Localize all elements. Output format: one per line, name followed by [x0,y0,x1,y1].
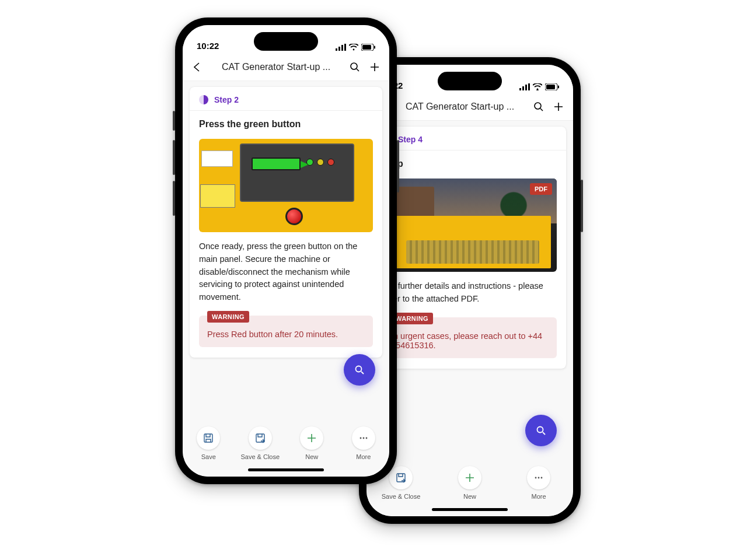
svg-point-23 [356,366,362,372]
svg-point-28 [365,438,367,439]
svg-point-4 [537,89,539,90]
save-close-icon [396,473,406,483]
more-icon [533,473,544,483]
battery-icon [545,83,559,90]
step-progress-icon [199,95,208,104]
svg-rect-21 [374,46,375,49]
svg-point-27 [362,438,364,439]
svg-rect-20 [362,45,371,50]
save-close-icon [255,433,266,443]
svg-rect-14 [336,48,337,51]
tab-more[interactable]: More [340,426,387,460]
phone-front: 10:22 CAT Generator Start-up ... [175,18,397,484]
add-button[interactable] [551,99,566,114]
warning-text: In urgent cases, please reach out to +44… [391,331,542,350]
pdf-badge: PDF [530,183,552,195]
plus-icon [306,433,317,443]
cellular-icon [336,44,346,51]
tab-new[interactable]: New [446,466,493,500]
more-icon [358,433,369,443]
home-indicator[interactable] [432,508,508,511]
add-button[interactable] [367,60,382,75]
step-label: Step 2 [214,95,239,104]
step-label: Step 4 [398,135,423,144]
cellular-icon [519,83,530,90]
step-body: For further details and instructions - p… [374,272,566,312]
svg-point-18 [353,49,355,51]
fab-search[interactable] [344,354,375,386]
step-image[interactable]: PDF [383,178,557,272]
notch [438,72,502,90]
svg-rect-16 [341,45,343,51]
svg-rect-2 [525,85,527,90]
svg-point-11 [535,477,537,479]
svg-rect-6 [546,85,555,89]
svg-point-26 [359,438,361,439]
warning-tag: WARNING [391,313,433,324]
warning-text: Press Red button after 20 minutes. [207,330,338,339]
home-indicator[interactable] [248,468,324,471]
tab-new[interactable]: New [288,426,335,460]
warning-box: WARNING In urgent cases, please reach ou… [383,317,557,358]
plus-icon [465,473,475,483]
step-body: Once ready, press the green button on th… [190,232,382,310]
svg-rect-1 [522,86,524,90]
tab-save-close[interactable]: Save & Close [237,426,284,460]
nav-bar: CAT Generator Start-up ... [183,53,389,81]
svg-rect-0 [519,88,521,90]
svg-point-9 [537,427,543,433]
svg-point-22 [351,63,357,69]
warning-tag: WARNING [207,311,249,323]
svg-rect-15 [338,47,340,51]
step-card: Step 4 Help PDF For further details and … [374,127,566,369]
svg-rect-17 [344,44,346,51]
search-button[interactable] [531,99,546,114]
notch [254,32,318,51]
step-title: Help [374,150,566,175]
wifi-icon [349,44,358,51]
search-button[interactable] [347,60,362,75]
tab-more[interactable]: More [515,466,562,500]
nav-bar: CAT Generator Start-up ... [366,93,573,121]
svg-rect-7 [558,86,559,89]
fab-search[interactable] [525,415,557,446]
status-time: 10:22 [197,41,219,51]
step-title: Press the green button [190,111,382,135]
page-title: CAT Generator Start-up ... [393,102,526,112]
step-image[interactable] [199,139,373,232]
tab-save[interactable]: Save [185,426,232,460]
svg-rect-3 [528,83,530,90]
back-button[interactable] [190,60,205,75]
svg-point-13 [541,477,543,479]
svg-point-8 [535,103,541,109]
wifi-icon [533,83,542,90]
save-icon [203,433,214,443]
page-title: CAT Generator Start-up ... [210,62,343,72]
svg-rect-24 [204,434,212,442]
battery-icon [361,44,375,51]
svg-point-12 [538,477,540,479]
step-card: Step 2 Press the green button [190,87,382,358]
warning-box: WARNING Press Red button after 20 minute… [199,316,373,347]
